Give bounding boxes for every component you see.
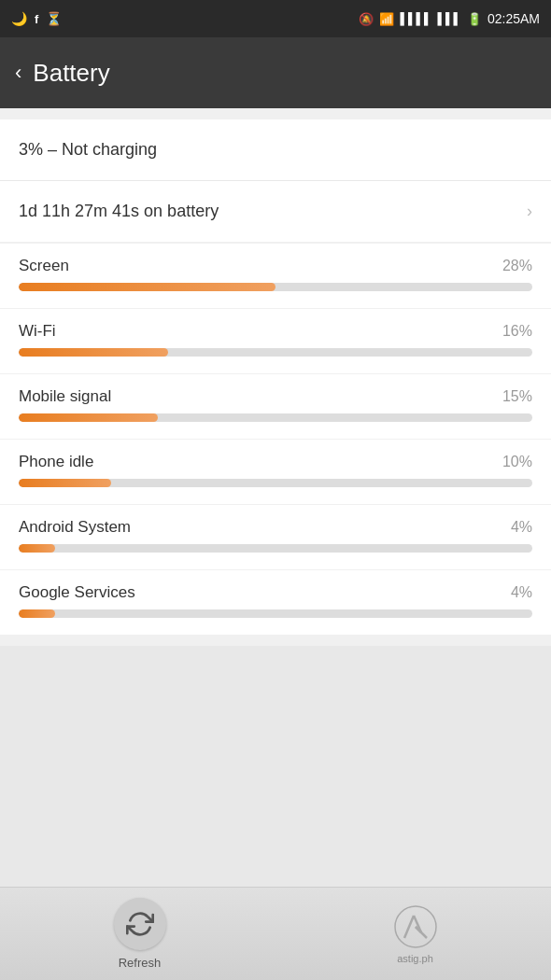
refresh-circle — [114, 898, 166, 950]
watermark-area: astig.ph — [393, 904, 438, 964]
battery-status-row: 3% – Not charging — [0, 119, 551, 181]
silent-icon: 🔕 — [359, 12, 374, 26]
usage-item-percent: 28% — [502, 258, 532, 274]
hourglass-icon: ⏳ — [46, 11, 62, 26]
usage-item-percent: 4% — [511, 519, 532, 536]
progress-bar-background — [19, 348, 532, 357]
usage-item[interactable]: Google Services 4% — [0, 570, 551, 635]
back-button[interactable]: ‹ — [15, 61, 21, 85]
usage-item-percent: 4% — [511, 584, 532, 601]
usage-item-name: Android System — [19, 518, 131, 537]
status-bar-left: 🌙 f ⏳ — [11, 11, 62, 26]
wifi-icon: 📶 — [379, 12, 394, 26]
usage-item-name: Google Services — [19, 583, 135, 602]
battery-time-row[interactable]: 1d 11h 27m 41s on battery › — [0, 181, 551, 242]
usage-item-percent: 16% — [502, 323, 532, 340]
content-area: 3% – Not charging 1d 11h 27m 41s on batt… — [0, 108, 551, 646]
usage-item-header: Android System 4% — [19, 518, 532, 537]
progress-bar-fill — [19, 609, 55, 618]
usage-item-name: Mobile signal — [19, 387, 111, 406]
usage-item-name: Wi-Fi — [19, 322, 56, 341]
usage-item-percent: 10% — [502, 454, 532, 470]
chevron-right-icon: › — [527, 202, 532, 221]
usage-item-header: Screen 28% — [19, 257, 532, 275]
battery-status-card: 3% – Not charging 1d 11h 27m 41s on batt… — [0, 119, 551, 242]
usage-item-name: Phone idle — [19, 453, 93, 471]
status-time: 02:25AM — [487, 11, 540, 26]
usage-item-header: Wi-Fi 16% — [19, 322, 532, 341]
progress-bar-fill — [19, 413, 158, 422]
progress-bar-background — [19, 283, 532, 291]
progress-bar-background — [19, 544, 532, 553]
header: ‹ Battery — [0, 37, 551, 108]
usage-item-header: Google Services 4% — [19, 583, 532, 602]
usage-item-name: Screen — [19, 257, 69, 275]
watermark-text: astig.ph — [397, 953, 433, 964]
usage-item-percent: 15% — [502, 388, 532, 405]
usage-item[interactable]: Screen 28% — [0, 244, 551, 309]
moon-icon: 🌙 — [11, 11, 27, 26]
usage-item[interactable]: Android System 4% — [0, 505, 551, 570]
refresh-button[interactable]: Refresh — [114, 898, 166, 970]
refresh-icon — [126, 910, 154, 938]
svg-line-4 — [416, 927, 427, 938]
status-bar-right: 🔕 📶 ▌▌▌▌ ▌▌▌ 🔋 02:25AM — [359, 11, 540, 26]
usage-item[interactable]: Mobile signal 15% — [0, 374, 551, 440]
status-bar: 🌙 f ⏳ 🔕 📶 ▌▌▌▌ ▌▌▌ 🔋 02:25AM — [0, 0, 551, 37]
usage-item[interactable]: Phone idle 10% — [0, 440, 551, 505]
usage-item-header: Mobile signal 15% — [19, 387, 532, 406]
signal2-icon: ▌▌▌ — [437, 12, 461, 25]
progress-bar-background — [19, 479, 532, 487]
progress-bar-fill — [19, 283, 276, 291]
watermark-logo-icon — [393, 904, 438, 949]
usage-item[interactable]: Wi-Fi 16% — [0, 309, 551, 374]
page-title: Battery — [33, 59, 109, 88]
battery-indicator-icon: 🔋 — [467, 12, 482, 26]
progress-bar-fill — [19, 544, 55, 553]
progress-bar-background — [19, 413, 532, 422]
refresh-label: Refresh — [119, 956, 162, 970]
battery-time-text: 1d 11h 27m 41s on battery — [19, 202, 219, 221]
bottom-bar: Refresh astig.ph — [0, 887, 551, 980]
usage-section: Screen 28% Wi-Fi 16% Mobile signal 15% — [0, 244, 551, 635]
progress-bar-fill — [19, 348, 168, 357]
facebook-icon: f — [35, 12, 38, 26]
signal1-icon: ▌▌▌▌ — [400, 12, 431, 25]
progress-bar-fill — [19, 479, 111, 487]
progress-bar-background — [19, 609, 532, 618]
battery-status-text: 3% – Not charging — [19, 140, 157, 159]
svg-line-1 — [404, 916, 414, 938]
usage-item-header: Phone idle 10% — [19, 453, 532, 471]
